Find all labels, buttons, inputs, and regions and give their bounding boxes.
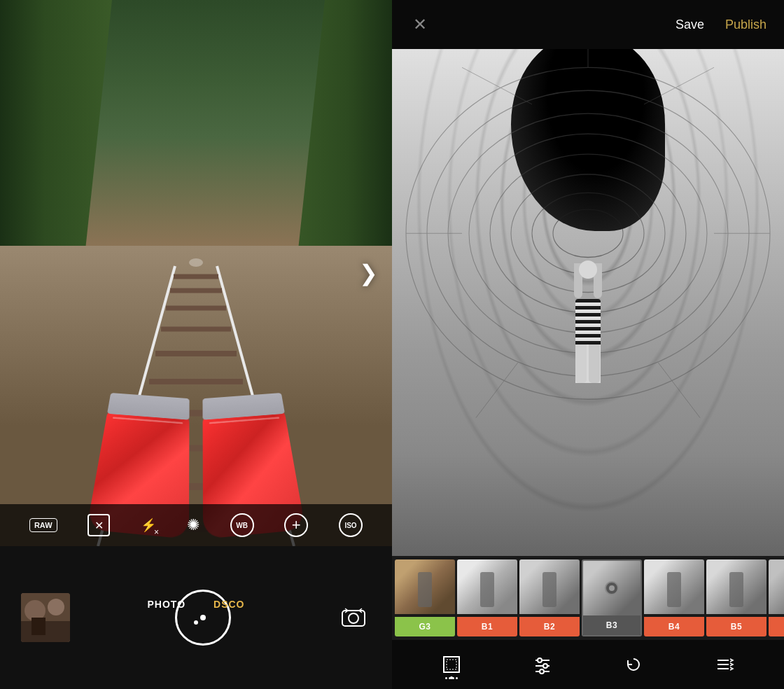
flash-button[interactable]: ⚡ <box>141 517 156 533</box>
filter-b6[interactable]: B6 <box>769 559 784 636</box>
svg-point-40 <box>540 669 544 674</box>
mode-selector: PHOTO DSCO <box>0 593 392 615</box>
svg-rect-15 <box>31 618 46 635</box>
filter-b3[interactable]: B3 <box>582 559 642 636</box>
photo-mode-button[interactable]: PHOTO <box>148 599 186 610</box>
editor-image-area <box>392 49 784 556</box>
mode-dot-indicator <box>194 620 198 625</box>
svg-point-25 <box>553 209 623 257</box>
figure-striped-top <box>575 299 601 344</box>
figure-legs <box>575 344 601 383</box>
filter-b5[interactable]: B5 <box>706 559 766 636</box>
filter-b4[interactable]: B4 <box>644 559 704 636</box>
frame-tool-button[interactable] <box>434 647 469 682</box>
camera-panel: ❯ RAW ✕ ⚡ ✺ WB + ISO <box>0 0 392 689</box>
save-button[interactable]: Save <box>676 18 704 32</box>
filter-b2-figure <box>542 572 556 607</box>
filter-b3-thumb <box>583 561 640 615</box>
filter-g3-label: G3 <box>395 617 455 636</box>
frame-icon <box>442 655 461 674</box>
svg-point-36 <box>538 658 542 662</box>
white-balance-button[interactable]: WB <box>230 513 254 537</box>
figure-head-area <box>577 260 599 302</box>
camera-bottom-bar <box>0 546 392 689</box>
filter-b6-label: B6 <box>769 617 784 636</box>
figure-girl <box>560 260 616 401</box>
editor-toolbar <box>392 640 784 689</box>
svg-rect-34 <box>447 660 456 669</box>
filter-g3-thumb <box>395 559 455 614</box>
figure-head <box>579 260 597 279</box>
filter-g3-figure <box>418 572 432 607</box>
edited-photo <box>392 49 784 556</box>
history-tool-button[interactable] <box>616 647 651 682</box>
svg-point-38 <box>543 664 547 668</box>
filter-b3-label: B3 <box>583 615 640 635</box>
raw-button[interactable]: RAW <box>29 518 57 532</box>
figure-right-leg <box>589 344 600 383</box>
filter-strip: G3 B1 B2 B3 <box>392 556 784 640</box>
filter-b4-thumb <box>644 559 704 614</box>
filter-b1-thumb <box>457 559 517 614</box>
close-button[interactable]: ✕ <box>410 14 430 35</box>
filter-g3[interactable]: G3 <box>395 559 455 636</box>
history-icon <box>624 655 643 674</box>
filter-b4-figure <box>667 572 681 607</box>
filter-b1[interactable]: B1 <box>457 559 517 636</box>
adjust-tool-button[interactable] <box>525 647 560 682</box>
svg-point-0 <box>189 258 203 267</box>
filter-b2-label: B2 <box>519 617 580 636</box>
filter-b5-figure <box>729 572 743 607</box>
add-button[interactable]: + <box>284 513 308 537</box>
figure-left-leg <box>575 344 587 383</box>
filter-b1-label: B1 <box>457 617 517 636</box>
presets-tool-button[interactable] <box>707 647 742 682</box>
shutter-indicator <box>200 615 206 620</box>
filter-b2-thumb <box>519 559 580 614</box>
filter-b2[interactable]: B2 <box>519 559 580 636</box>
filter-b4-label: B4 <box>644 617 704 636</box>
filter-b1-figure <box>480 572 494 607</box>
filter-b6-thumb <box>769 559 784 614</box>
dsco-mode-button[interactable]: DSCO <box>214 599 244 610</box>
camera-scene <box>0 0 392 546</box>
cancel-capture-button[interactable]: ✕ <box>88 514 110 536</box>
selected-indicator <box>605 581 619 595</box>
svg-rect-33 <box>444 657 459 672</box>
editor-header: ✕ Save Publish <box>392 0 784 49</box>
svg-line-28 <box>644 67 714 104</box>
camera-controls-bar: RAW ✕ ⚡ ✺ WB + ISO <box>0 504 392 546</box>
editor-panel: ✕ Save Publish <box>392 0 784 689</box>
publish-button[interactable]: Publish <box>725 18 766 32</box>
header-actions: Save Publish <box>676 18 766 32</box>
next-arrow[interactable]: ❯ <box>359 260 378 286</box>
svg-line-32 <box>658 363 700 418</box>
frame-dots <box>445 677 458 679</box>
exposure-button[interactable]: ✺ <box>187 516 200 534</box>
camera-viewfinder: ❯ RAW ✕ ⚡ ✺ WB + ISO <box>0 0 392 546</box>
svg-line-27 <box>462 67 532 104</box>
svg-line-31 <box>476 363 518 418</box>
filter-b5-label: B5 <box>706 617 766 636</box>
sliders-icon <box>533 655 552 674</box>
filter-b5-thumb <box>706 559 766 614</box>
iso-button[interactable]: ISO <box>339 513 363 537</box>
presets-icon <box>715 655 734 674</box>
sun-rays-icon: ✺ <box>187 516 200 534</box>
